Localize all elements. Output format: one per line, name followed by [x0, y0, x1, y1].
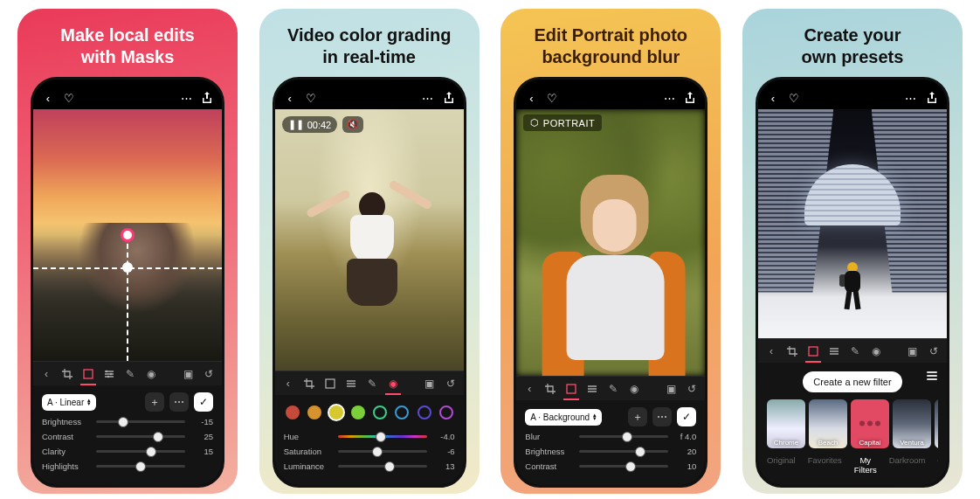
slider-track[interactable]: [579, 450, 668, 453]
crop-icon[interactable]: [61, 368, 73, 380]
mask-options-button[interactable]: ⋯: [652, 407, 672, 426]
color-swatch[interactable]: [418, 405, 431, 419]
preset-category-tab[interactable]: Cinema: [937, 455, 938, 475]
history-icon[interactable]: ↺: [445, 378, 457, 390]
mask-apply-button[interactable]: ✓: [194, 392, 213, 412]
more-icon[interactable]: ⋯: [663, 92, 675, 104]
slider-track[interactable]: [579, 435, 668, 438]
add-mask-button[interactable]: ＋: [145, 392, 164, 412]
share-icon[interactable]: [201, 92, 213, 104]
preset-thumb[interactable]: Chrome: [767, 399, 805, 448]
back-small-icon[interactable]: ‹: [282, 378, 294, 390]
preset-thumb[interactable]: Capital: [851, 399, 889, 448]
add-mask-button[interactable]: ＋: [628, 407, 647, 426]
image-canvas[interactable]: [758, 109, 947, 338]
mask-range-handle[interactable]: [122, 262, 133, 273]
mask-selector[interactable]: A · Linear ▴▾: [42, 394, 96, 411]
sliders-icon[interactable]: [828, 345, 840, 357]
preset-thumb[interactable]: Ventura: [893, 399, 931, 448]
back-small-icon[interactable]: ‹: [765, 345, 777, 357]
color-icon[interactable]: ◉: [387, 378, 399, 390]
history-icon[interactable]: ↺: [686, 383, 698, 395]
share-icon[interactable]: [684, 92, 696, 104]
mask-vertical-guide[interactable]: [127, 235, 128, 361]
slider-track[interactable]: [338, 450, 427, 453]
frame-icon[interactable]: ▣: [424, 378, 436, 390]
image-canvas[interactable]: [33, 109, 222, 361]
slider-track[interactable]: [96, 420, 185, 423]
frame-icon[interactable]: ▣: [907, 345, 919, 357]
back-small-icon[interactable]: ‹: [40, 368, 52, 380]
slider-knob[interactable]: [384, 461, 395, 472]
more-icon[interactable]: ⋯: [905, 92, 917, 104]
history-icon[interactable]: ↺: [203, 368, 215, 380]
create-filter-button[interactable]: Create a new filter: [803, 371, 901, 392]
slider-knob[interactable]: [622, 432, 632, 442]
back-small-icon[interactable]: ‹: [523, 383, 535, 395]
play-pause-button[interactable]: ❚❚ 00:42: [282, 116, 338, 133]
color-icon[interactable]: ◉: [145, 368, 157, 380]
mask-center-handle[interactable]: [121, 228, 135, 242]
image-canvas[interactable]: ⬡ PORTRAIT: [516, 109, 705, 376]
slider-knob[interactable]: [135, 461, 146, 472]
slider-knob[interactable]: [372, 447, 383, 457]
slider-track[interactable]: [96, 435, 185, 438]
slider-knob[interactable]: [118, 417, 128, 427]
brush-icon[interactable]: ✎: [849, 345, 861, 357]
adjust-icon[interactable]: [324, 378, 336, 390]
adjust-icon[interactable]: [807, 345, 819, 357]
sliders-icon[interactable]: [103, 368, 115, 380]
slider-track[interactable]: [96, 465, 185, 468]
slider-knob[interactable]: [376, 432, 386, 442]
slider-track[interactable]: [579, 465, 668, 468]
slider-track[interactable]: [338, 465, 427, 468]
sliders-icon[interactable]: [586, 383, 598, 395]
more-icon[interactable]: ⋯: [422, 92, 434, 104]
adjust-icon[interactable]: [565, 383, 577, 395]
more-icon[interactable]: ⋯: [180, 92, 192, 104]
back-icon[interactable]: ‹: [42, 92, 54, 104]
slider-knob[interactable]: [635, 447, 645, 457]
favorite-icon[interactable]: ♡: [63, 92, 75, 104]
slider-track[interactable]: [96, 450, 185, 453]
mask-apply-button[interactable]: ✓: [677, 407, 696, 426]
color-icon[interactable]: ◉: [870, 345, 882, 357]
brush-icon[interactable]: ✎: [124, 368, 136, 380]
preset-thumb[interactable]: Beach: [809, 399, 847, 448]
color-swatch[interactable]: [395, 405, 409, 419]
crop-icon[interactable]: [786, 345, 798, 357]
color-swatch[interactable]: [307, 405, 321, 419]
favorite-icon[interactable]: ♡: [305, 92, 317, 104]
color-swatch[interactable]: [439, 405, 453, 419]
mask-options-button[interactable]: ⋯: [169, 392, 189, 412]
preset-thumb[interactable]: Light: [935, 399, 938, 448]
crop-icon[interactable]: [303, 378, 315, 390]
brush-icon[interactable]: ✎: [366, 378, 378, 390]
frame-icon[interactable]: ▣: [182, 368, 194, 380]
list-view-toggle[interactable]: [926, 370, 938, 382]
preset-category-tab[interactable]: Favorites: [808, 455, 842, 475]
preset-category-tab[interactable]: Darkroom: [889, 455, 926, 475]
color-swatch[interactable]: [286, 405, 300, 419]
color-swatch[interactable]: [373, 405, 387, 419]
slider-knob[interactable]: [153, 432, 163, 442]
slider-track[interactable]: [338, 435, 427, 438]
color-swatch[interactable]: [351, 405, 365, 419]
favorite-icon[interactable]: ♡: [546, 92, 558, 104]
color-icon[interactable]: ◉: [628, 383, 640, 395]
color-swatch[interactable]: [329, 405, 343, 419]
favorite-icon[interactable]: ♡: [788, 92, 800, 104]
crop-icon[interactable]: [544, 383, 556, 395]
frame-icon[interactable]: ▣: [665, 383, 677, 395]
slider-knob[interactable]: [625, 461, 636, 472]
back-icon[interactable]: ‹: [525, 92, 537, 104]
brush-icon[interactable]: ✎: [607, 383, 619, 395]
history-icon[interactable]: ↺: [928, 345, 940, 357]
sliders-icon[interactable]: [345, 378, 357, 390]
preset-category-tab[interactable]: My Filters: [854, 455, 877, 475]
mask-selector[interactable]: A · Background ▴▾: [525, 409, 602, 426]
share-icon[interactable]: [443, 92, 455, 104]
video-canvas[interactable]: ❚❚ 00:42 🔇: [275, 109, 464, 371]
preset-category-tab[interactable]: Original: [767, 455, 796, 475]
slider-knob[interactable]: [146, 447, 156, 457]
